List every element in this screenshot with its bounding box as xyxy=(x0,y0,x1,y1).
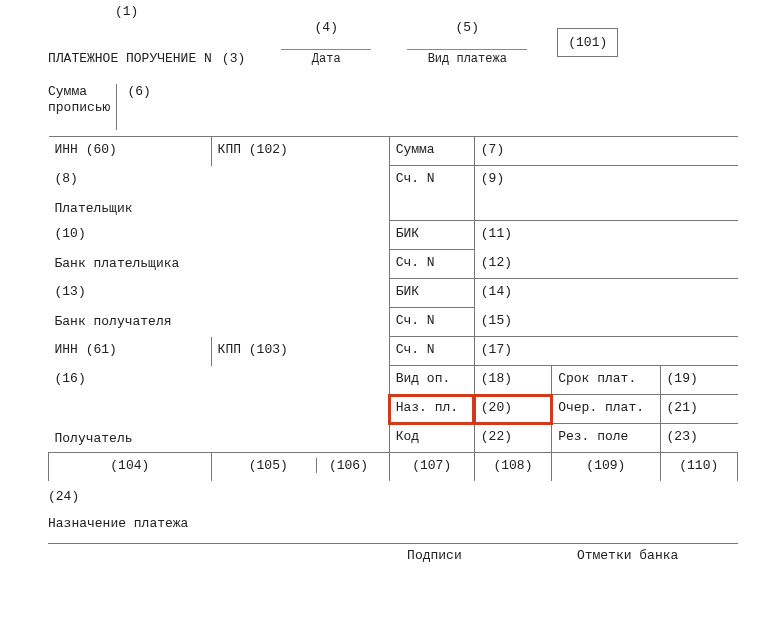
ref-11: (11) xyxy=(474,221,737,250)
rez-pole: Рез. поле xyxy=(552,424,660,453)
ref-14: (14) xyxy=(474,279,737,308)
bik-2: БИК xyxy=(389,279,474,308)
header-row: ПЛАТЕЖНОЕ ПОРУЧЕНИЕ N (3) (4) Дата (5) В… xyxy=(48,32,738,66)
naz-pl-highlight: Наз. пл. xyxy=(389,395,474,424)
codes-row: (104) (105)(106) (107) (108) (109) (110) xyxy=(49,453,738,482)
ref-23: (23) xyxy=(660,424,737,453)
vid-op: Вид оп. xyxy=(389,366,474,395)
ref-101: (101) xyxy=(568,35,607,50)
ref-7: (7) xyxy=(474,137,737,166)
purpose-label: Назначение платежа xyxy=(48,506,738,537)
bank-recv-label: Банк получателя xyxy=(55,314,383,329)
ref-22: (22) xyxy=(474,424,551,453)
ref-21: (21) xyxy=(660,395,737,424)
inn-60: ИНН (60) xyxy=(49,137,212,166)
ref-9: (9) xyxy=(474,166,737,221)
c104: (104) xyxy=(49,453,212,482)
ref-3: (3) xyxy=(222,51,245,66)
bank-payer-label: Банк плательщика xyxy=(55,256,383,271)
ref-18: (18) xyxy=(474,366,551,395)
sum-label-1: Сумма xyxy=(48,84,87,99)
form-title: ПЛАТЕЖНОЕ ПОРУЧЕНИЕ N xyxy=(48,51,212,66)
amount-in-words-block: Сумма прописью (6) xyxy=(48,84,738,130)
ref-19: (19) xyxy=(660,366,737,395)
ref-17: (17) xyxy=(474,337,737,366)
payment-type-column: (5) Вид платежа xyxy=(407,20,527,66)
sch-n-4: Сч. N xyxy=(389,337,474,366)
date-slot xyxy=(281,31,371,50)
ref-15: (15) xyxy=(474,308,737,337)
ref-6: (6) xyxy=(117,84,150,130)
ref-16: (16) xyxy=(55,371,383,386)
kpp-103: КПП (103) xyxy=(211,337,389,366)
sum-label: Сумма прописью xyxy=(48,84,117,130)
ref-10: (10) xyxy=(55,226,383,241)
sum-label-2: прописью xyxy=(48,100,110,115)
sum-label-cell: Сумма xyxy=(389,137,474,166)
ref-24: (24) xyxy=(48,481,738,506)
sign-label: Подписи xyxy=(352,544,518,567)
ref-13: (13) xyxy=(55,284,383,299)
ocher-plat: Очер. плат. xyxy=(552,395,660,424)
kod: Код xyxy=(389,424,474,453)
type-slot xyxy=(407,31,527,50)
ref-12: (12) xyxy=(474,250,737,279)
footer-row: Подписи Отметки банка xyxy=(48,543,738,567)
c105-106: (105)(106) xyxy=(211,453,389,482)
date-label: Дата xyxy=(312,52,341,66)
date-column: (4) Дата xyxy=(281,20,371,66)
ref-20-highlight: (20) xyxy=(474,395,551,424)
ref-1: (1) xyxy=(115,4,138,19)
payer-label: Плательщик xyxy=(55,201,383,216)
ref-8: (8) xyxy=(55,171,383,186)
type-label: Вид платежа xyxy=(428,52,507,66)
sch-n-1: Сч. N xyxy=(389,166,474,221)
bank-marks-label: Отметки банка xyxy=(517,544,738,567)
kpp-102: КПП (102) xyxy=(211,137,389,166)
payment-order-form: (1) ПЛАТЕЖНОЕ ПОРУЧЕНИЕ N (3) (4) Дата (… xyxy=(0,0,768,625)
c108: (108) xyxy=(474,453,551,482)
inn-61: ИНН (61) xyxy=(49,337,212,366)
bik-1: БИК xyxy=(389,221,474,250)
c110: (110) xyxy=(660,453,737,482)
srok-plat: Срок плат. xyxy=(552,366,660,395)
sch-n-2: Сч. N xyxy=(389,250,474,279)
c105: (105) xyxy=(220,458,317,473)
c109: (109) xyxy=(552,453,660,482)
receiver-label: Получатель xyxy=(55,431,383,446)
ref-101-box: (101) xyxy=(557,28,618,57)
c107: (107) xyxy=(389,453,474,482)
main-table: ИНН (60) КПП (102) Сумма (7) (8) Платель… xyxy=(48,136,738,481)
c106: (106) xyxy=(317,458,380,473)
title-block: ПЛАТЕЖНОЕ ПОРУЧЕНИЕ N (3) xyxy=(48,51,245,66)
sch-n-3: Сч. N xyxy=(389,308,474,337)
